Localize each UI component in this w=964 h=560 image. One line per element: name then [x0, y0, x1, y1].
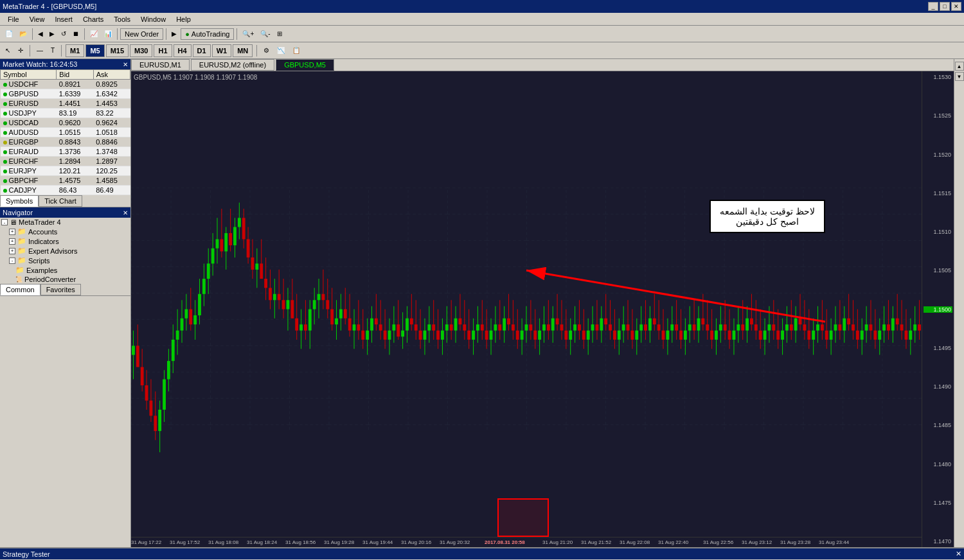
status-dot [3, 170, 7, 173]
nav-period-converter[interactable]: 📜 PeriodConverter [0, 275, 130, 284]
svg-rect-61 [260, 263, 263, 279]
right-btn-2[interactable]: ▼ [955, 72, 964, 81]
svg-rect-39 [211, 249, 215, 264]
market-watch-close[interactable]: ✕ [123, 61, 128, 68]
menu-view[interactable]: View [24, 13, 50, 25]
market-watch-row[interactable]: EURCHF 1.2894 1.2897 [1, 157, 130, 166]
toolbar-new[interactable]: 📄 [3, 27, 15, 41]
nav-indicators[interactable]: + 📁 Indicators [0, 236, 130, 246]
price-label: 1.1495 [924, 345, 952, 351]
price-label: 1.1485 [924, 422, 952, 428]
svg-rect-183 [529, 324, 532, 330]
time-axis: 31 Aug 17:22 31 Aug 17:52 31 Aug 18:08 3… [131, 537, 922, 547]
menu-charts[interactable]: Charts [78, 13, 109, 25]
timeframe-btn-h1[interactable]: H1 [154, 44, 172, 57]
market-watch-row[interactable]: AUDUSD 1.0515 1.0518 [1, 128, 130, 137]
menu-insert[interactable]: Insert [49, 13, 78, 25]
nav-expert-advisors[interactable]: + 📁 Expert Advisors [0, 246, 130, 256]
toolbar-fullscreen[interactable]: ⊞ [274, 27, 285, 41]
tab-tick-chart[interactable]: Tick Chart [39, 195, 82, 207]
ask-cell: 0.9624 [93, 118, 130, 128]
svg-rect-169 [498, 324, 501, 330]
market-watch-row[interactable]: EURGBP 0.8843 0.8846 [1, 137, 130, 147]
nav-examples[interactable]: 📁 Examples [0, 265, 130, 275]
toolbar-chart-line[interactable]: 📈 [87, 27, 100, 41]
timeframe-btn-w1[interactable]: W1 [212, 44, 232, 57]
market-watch-row[interactable]: USDCAD 0.9620 0.9624 [1, 118, 130, 128]
right-btn-1[interactable]: ▲ [955, 62, 964, 71]
tab-symbols[interactable]: Symbols [0, 195, 39, 207]
svg-rect-261 [701, 319, 704, 324]
nav-accounts[interactable]: + 📁 Accounts [0, 227, 130, 236]
col-bid: Bid [57, 70, 93, 80]
timeframe-btn-h4[interactable]: H4 [174, 44, 192, 57]
svg-rect-227 [627, 324, 630, 330]
svg-rect-33 [198, 294, 201, 315]
navigator-close[interactable]: ✕ [123, 209, 128, 216]
autotrading-button[interactable]: ● AutoTrading [181, 28, 234, 40]
toolbar-crosshair[interactable]: ✛ [15, 44, 26, 58]
price-label: 1.1530 [924, 74, 952, 80]
window-controls[interactable]: _ □ ✕ [928, 2, 961, 11]
new-order-button[interactable]: New Order [120, 28, 163, 40]
market-watch-row[interactable]: GBPUSD 1.6339 1.6342 [1, 89, 130, 99]
toolbar-templates[interactable]: 📋 [290, 44, 303, 58]
market-watch-row[interactable]: USDJPY 83.19 83.22 [1, 109, 130, 118]
timeframe-btn-m15[interactable]: M15 [106, 44, 129, 57]
svg-rect-303 [794, 319, 798, 331]
svg-rect-5 [136, 346, 139, 367]
toolbar-play[interactable]: ▶ [169, 27, 179, 41]
market-watch-row[interactable]: EURJPY 120.21 120.25 [1, 166, 130, 176]
timeframe-btn-m30[interactable]: M30 [130, 44, 152, 57]
market-watch-row[interactable]: EURUSD 1.4451 1.4453 [1, 99, 130, 109]
tab-favorites[interactable]: Favorites [40, 284, 81, 295]
strategy-tester-collapse[interactable]: ✕ [956, 550, 961, 558]
menu-help[interactable]: Help [171, 13, 196, 25]
timeframe-btn-mn[interactable]: MN [233, 44, 253, 57]
toolbar-line[interactable]: — [34, 44, 46, 58]
timeframe-btn-m5[interactable]: M5 [85, 44, 104, 57]
menu-tools[interactable]: Tools [109, 13, 136, 25]
toolbar-stop[interactable]: ⏹ [70, 27, 82, 41]
close-button[interactable]: ✕ [951, 2, 961, 11]
toolbar-zoom-in[interactable]: 🔍+ [240, 27, 256, 41]
toolbar-indicators[interactable]: 📉 [274, 44, 287, 58]
toolbar-text[interactable]: T [48, 44, 57, 58]
symbol-cell: AUDUSD [1, 128, 57, 137]
market-watch-row[interactable]: USDCHF 0.8921 0.8925 [1, 80, 130, 89]
nav-root[interactable]: - 🖥 MetaTrader 4 [0, 218, 130, 227]
svg-rect-311 [812, 331, 815, 340]
folder-icon-scripts: 📁 [17, 256, 26, 265]
svg-rect-81 [304, 324, 307, 330]
chart-tab-eurusd-m1[interactable]: EURUSD,M1 [131, 59, 190, 71]
toolbar-chart-bar[interactable]: 📊 [102, 27, 114, 41]
menu-file[interactable]: File [3, 13, 24, 25]
toolbar-back[interactable]: ◀ [35, 27, 46, 41]
svg-rect-3 [132, 346, 135, 354]
menu-window[interactable]: Window [136, 13, 171, 25]
svg-rect-139 [432, 324, 435, 330]
minimize-button[interactable]: _ [928, 2, 938, 11]
toolbar-cursor[interactable]: ↖ [3, 44, 13, 58]
chart-tab-eurusd-m2[interactable]: EURUSD,M2 (offline) [191, 59, 274, 71]
market-watch-row[interactable]: GBPCHF 1.4575 1.4585 [1, 176, 130, 186]
maximize-button[interactable]: □ [940, 2, 950, 11]
toolbar-open[interactable]: 📂 [17, 27, 30, 41]
ask-cell: 86.49 [93, 186, 130, 195]
market-watch-row[interactable]: CADJPY 86.43 86.49 [1, 186, 130, 195]
toolbar-forward[interactable]: ▶ [47, 27, 57, 41]
nav-scripts[interactable]: - 📁 Scripts [0, 256, 130, 265]
timeframe-btn-m1[interactable]: M1 [66, 44, 84, 57]
tab-common[interactable]: Common [0, 284, 40, 295]
timeframe-btn-d1[interactable]: D1 [193, 44, 211, 57]
market-watch-row[interactable]: EURAUD 1.3736 1.3748 [1, 147, 130, 157]
chart-tab-bar: EURUSD,M1 EURUSD,M2 (offline) GBPUSD,M5 [131, 59, 954, 71]
chart-tab-gbpusd-m5[interactable]: GBPUSD,M5 [276, 59, 334, 71]
toolbar-zoom-out[interactable]: 🔍- [258, 27, 272, 41]
toolbar-chart-properties[interactable]: ⚙ [261, 44, 272, 58]
svg-rect-15 [158, 410, 161, 431]
ask-cell: 1.3748 [93, 147, 130, 157]
chart-container[interactable]: GBPUSD,M5 1.1907 1.1908 1.1907 1.1908 [131, 71, 954, 547]
toolbar-refresh[interactable]: ↺ [58, 27, 69, 41]
price-label: 1.1480 [924, 461, 952, 468]
